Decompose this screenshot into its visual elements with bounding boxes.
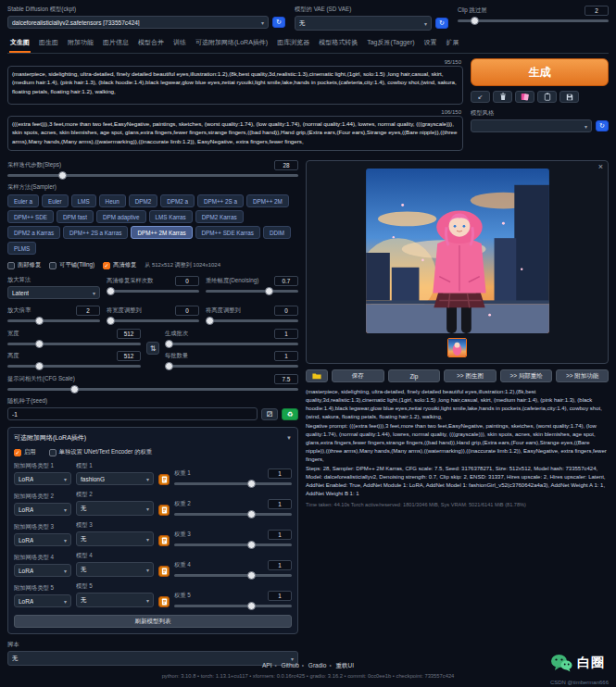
sampler-option[interactable]: Euler <box>42 194 69 207</box>
sampler-option[interactable]: DPM++ SDE <box>7 210 54 223</box>
tab[interactable]: 图片信息 <box>102 35 130 53</box>
extra-networks-button[interactable] <box>515 91 534 103</box>
restore-faces-checkbox[interactable]: 面部修复 <box>7 261 41 269</box>
clear-prompt-button[interactable] <box>493 91 512 103</box>
upscale-by-number-input[interactable] <box>76 306 100 316</box>
sampler-option[interactable]: DPM2 a <box>160 194 195 207</box>
resize-width-slider[interactable] <box>107 319 199 322</box>
reload-ui-link[interactable]: 重载UI <box>335 662 354 668</box>
zip-button[interactable]: Zip <box>388 369 441 382</box>
reuse-seed-button[interactable]: ♻ <box>282 408 298 420</box>
generate-button[interactable]: 生成 <box>471 58 609 86</box>
upscale-by-slider[interactable] <box>7 319 100 322</box>
addnet-enable-checkbox[interactable]: ✓ 启用 <box>14 448 36 456</box>
tab[interactable]: 训练 <box>172 35 187 53</box>
hires-steps-slider[interactable] <box>107 290 199 293</box>
sampler-option[interactable]: DPM++ 2S a <box>197 194 244 207</box>
sampler-option[interactable]: DPM adaptive <box>96 210 146 223</box>
denoising-slider[interactable] <box>206 290 298 293</box>
send-to-extras-button[interactable]: >> 附加功能 <box>556 369 609 382</box>
sampler-option[interactable]: LMS <box>71 194 96 207</box>
lora-type-select[interactable]: LoRA ▾ <box>14 564 71 577</box>
tab[interactable]: 模型格式转换 <box>318 35 358 53</box>
width-number-input[interactable] <box>117 329 141 339</box>
tab[interactable]: 模型合并 <box>137 35 165 53</box>
sampler-option[interactable]: DPM++ SDE Karras <box>195 226 260 239</box>
lora-model-select[interactable]: 无 ▾ <box>76 501 154 516</box>
sampler-option[interactable]: Heun <box>99 194 126 207</box>
clip-skip-number-input[interactable] <box>585 6 609 16</box>
gradio-link[interactable]: Gradio <box>308 662 327 668</box>
batch-count-slider[interactable] <box>165 343 298 345</box>
lora-weight-number-input[interactable] <box>268 468 292 479</box>
resize-width-number-input[interactable] <box>175 306 199 316</box>
cfg-number-input[interactable] <box>274 374 298 384</box>
resize-height-number-input[interactable] <box>274 306 298 316</box>
lora-weight-number-input[interactable] <box>268 591 292 601</box>
open-folder-button[interactable] <box>306 369 328 382</box>
lora-type-select[interactable]: LoRA ▾ <box>14 533 71 546</box>
refresh-models-button[interactable]: 刷新模型列表 <box>14 615 292 628</box>
tab[interactable]: 图生图 <box>38 35 59 53</box>
resize-height-slider[interactable] <box>206 319 298 322</box>
save-button[interactable]: 保存 <box>332 369 384 382</box>
height-number-input[interactable] <box>117 351 141 361</box>
batch-size-slider[interactable] <box>165 365 298 368</box>
apply-style-button[interactable] <box>537 91 557 103</box>
tab[interactable]: 可选附加网络(LoRA插件) <box>195 35 269 53</box>
save-style-button[interactable] <box>559 91 579 103</box>
addnet-accordion-header[interactable]: 可选附加网络(LoRA插件) ▼ <box>14 433 292 443</box>
lora-metadata-button[interactable] <box>158 535 170 546</box>
github-link[interactable]: Github <box>282 662 299 668</box>
denoising-number-input[interactable] <box>274 276 298 286</box>
api-link[interactable]: API <box>262 662 271 668</box>
lora-metadata-button[interactable] <box>158 566 170 577</box>
tab[interactable]: 图库浏览器 <box>276 35 310 53</box>
send-to-inpaint-button[interactable]: >> 局部重绘 <box>500 369 553 382</box>
sampler-option[interactable]: DPM2 Karras <box>195 210 244 223</box>
sampler-option[interactable]: DPM fast <box>57 210 94 223</box>
steps-slider[interactable] <box>7 174 298 177</box>
lora-metadata-button[interactable] <box>158 505 170 516</box>
lora-model-select[interactable]: 无 ▾ <box>76 531 154 546</box>
upscaler-select[interactable]: Latent ▾ <box>7 286 100 299</box>
refresh-vae-button[interactable]: ↻ <box>435 18 448 29</box>
send-to-img2img-button[interactable]: >> 图生图 <box>444 369 497 382</box>
lora-weight-slider[interactable] <box>174 513 292 516</box>
refresh-checkpoints-button[interactable]: ↻ <box>272 17 285 28</box>
batch-size-number-input[interactable] <box>274 351 298 361</box>
swap-dimensions-button[interactable]: ⇅ <box>146 342 159 355</box>
sampler-option[interactable]: DPM2 a Karras <box>7 226 60 239</box>
sampler-option[interactable]: DPM2 <box>129 194 158 207</box>
lora-weight-number-input[interactable] <box>268 560 292 570</box>
hires-fix-checkbox[interactable]: ✓ 高清修复 <box>103 261 136 269</box>
hires-steps-number-input[interactable] <box>175 276 199 286</box>
generated-image[interactable] <box>366 169 549 333</box>
refresh-styles-button[interactable]: ↻ <box>596 120 609 131</box>
lora-model-select[interactable]: 无 ▾ <box>76 593 154 607</box>
styles-select[interactable]: ▾ <box>471 119 592 132</box>
lora-model-select[interactable]: fashionG ▾ <box>76 472 154 485</box>
cfg-slider[interactable] <box>7 388 298 391</box>
lora-weight-slider[interactable] <box>174 543 292 546</box>
lora-metadata-button[interactable] <box>158 596 170 607</box>
addnet-separate-weights-checkbox[interactable]: 单独设置 UNet/Text Encoder 的权重 <box>49 448 152 456</box>
tab[interactable]: 文生图 <box>9 35 31 53</box>
negative-prompt-input[interactable]: (((extra feet))),3 feet,more than two fe… <box>7 116 463 151</box>
lora-type-select[interactable]: LoRA ▾ <box>14 503 71 516</box>
lora-weight-slider[interactable] <box>174 482 292 485</box>
random-seed-button[interactable]: ⚂ <box>261 408 278 420</box>
lora-weight-number-input[interactable] <box>268 530 292 540</box>
seed-input[interactable] <box>7 407 258 420</box>
gallery-thumbnail[interactable] <box>447 338 467 357</box>
sampler-option[interactable]: PLMS <box>7 242 36 255</box>
lora-type-select[interactable]: LoRA ▾ <box>14 472 71 485</box>
sampler-option[interactable]: DPM++ 2S a Karras <box>63 226 128 239</box>
lora-metadata-button[interactable] <box>158 474 170 485</box>
tab[interactable]: 附加功能 <box>67 35 94 53</box>
sampler-option[interactable]: DPM++ 2M <box>246 194 289 207</box>
lora-weight-slider[interactable] <box>174 574 292 577</box>
lora-weight-slider[interactable] <box>174 605 292 607</box>
height-slider[interactable] <box>7 365 141 368</box>
tab[interactable]: 设置 <box>423 35 438 53</box>
